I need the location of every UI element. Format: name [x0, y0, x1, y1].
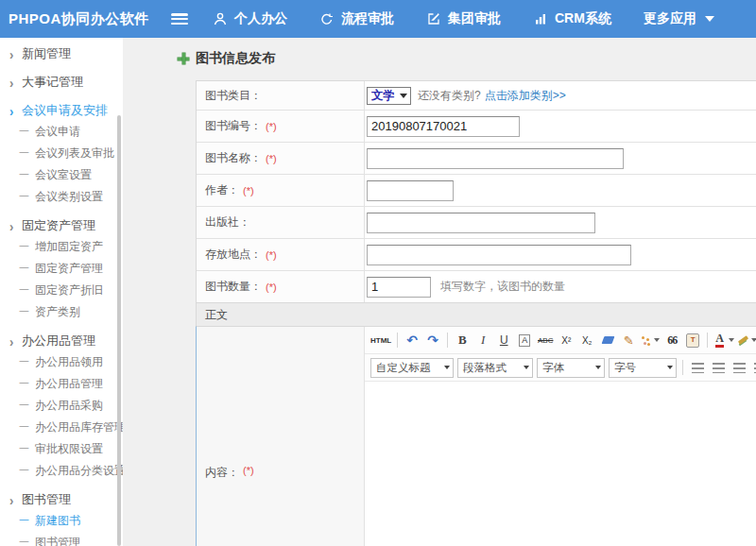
superscript-button[interactable]: X² [557, 330, 576, 350]
nav-more-apps[interactable]: 更多应用 [644, 10, 714, 27]
book-name-input[interactable] [367, 148, 624, 169]
undo-icon[interactable]: ↶ [403, 330, 421, 350]
source-code-button[interactable]: HTML [369, 330, 392, 350]
custom-title-select[interactable]: 自定义标题 [370, 358, 454, 378]
font-size-select[interactable]: 字号 [609, 358, 677, 378]
align-center-button[interactable] [709, 357, 728, 378]
sidebar-group-books: ›图书管理 新建图书 图书管理 [0, 489, 123, 546]
row-publisher: 出版社： [197, 206, 756, 238]
body-section-header: 正文 [197, 302, 756, 326]
chevron-right-icon: › [9, 333, 22, 349]
align-left-button[interactable] [688, 357, 707, 378]
marker-icon [738, 335, 748, 345]
chevron-down-icon [705, 16, 714, 22]
quantity-input[interactable] [367, 277, 431, 298]
subscript-button[interactable]: X₂ [577, 330, 596, 350]
align-center-icon [713, 363, 725, 373]
book-number-input[interactable] [367, 116, 520, 137]
book-form: 图书类目： 文学 还没有类别? 点击添加类别>> 图书编号：(*) 图书名称：(… [196, 80, 756, 546]
author-input[interactable] [367, 180, 454, 201]
nav-crm[interactable]: CRM系统 [533, 10, 611, 27]
redo-icon[interactable]: ↷ [423, 330, 442, 350]
number-label: 图书编号： [205, 118, 262, 134]
quantity-label: 图书数量： [205, 279, 262, 295]
nav-group-approval[interactable]: 集团审批 [426, 10, 501, 27]
sidebar-item-milestones[interactable]: ›大事记管理 [0, 72, 123, 93]
location-input[interactable] [367, 245, 631, 265]
sidebar-item-supplies-purchase[interactable]: 办公用品采购 [0, 395, 123, 417]
nav-workflow-approval[interactable]: 流程审批 [319, 10, 394, 27]
strikethrough-button[interactable]: ABC [536, 330, 555, 350]
chevron-right-icon: › [9, 74, 22, 90]
name-label: 图书名称： [205, 150, 262, 166]
underline-button[interactable]: U [494, 330, 513, 350]
main-content: 图书信息发布 图书类目： 文学 还没有类别? 点击添加类别>> 图书编号：(*)… [123, 38, 756, 546]
font-color-button[interactable]: A [713, 330, 735, 350]
editor-toolbar-row2: 自定义标题 段落格式 字体 字号 [365, 354, 756, 382]
sidebar-item-news[interactable]: ›新闻管理 [0, 43, 123, 64]
sidebar-item-book-mgmt[interactable]: ›图书管理 [0, 489, 123, 510]
nav-crm-label: CRM系统 [555, 10, 611, 27]
required-mark: (*) [266, 282, 277, 293]
caret-down-icon [654, 338, 660, 342]
editor-content-area[interactable] [365, 382, 756, 546]
paste-plain-button[interactable] [683, 330, 702, 350]
align-right-icon [733, 363, 746, 373]
sidebar-item-asset-category[interactable]: 资产类别 [0, 301, 123, 323]
sidebar-item-meeting-category[interactable]: 会议类别设置 [0, 186, 123, 208]
row-location: 存放地点：(*) [197, 238, 756, 270]
sidebar-item-asset-add[interactable]: 增加固定资产 [0, 236, 123, 258]
blockquote-button[interactable]: 66 [662, 330, 681, 350]
sidebar-item-supplies-category[interactable]: 办公用品分类设置 [0, 460, 123, 482]
sidebar-item-asset-mgmt[interactable]: ›固定资产管理 [0, 215, 123, 236]
location-label: 存放地点： [205, 247, 262, 263]
category-select[interactable]: 文学 [367, 87, 411, 105]
bold-button[interactable]: B [453, 330, 472, 350]
menu-toggle-icon[interactable] [171, 13, 188, 25]
sidebar-item-asset-manage[interactable]: 固定资产管理 [0, 258, 123, 280]
sidebar-item-supplies-manage[interactable]: 办公用品管理 [0, 373, 123, 395]
workflow-icon [319, 11, 335, 26]
sidebar-item-supplies-claim[interactable]: 办公用品领用 [0, 351, 123, 373]
publisher-input[interactable] [367, 213, 595, 233]
row-name: 图书名称：(*) [197, 142, 756, 174]
align-justify-button[interactable] [750, 357, 756, 378]
chevron-right-icon: › [9, 45, 22, 61]
sidebar-item-meeting-apply[interactable]: 会议申请 [0, 121, 123, 143]
toolbar-divider [397, 333, 398, 348]
caret-down-icon [595, 366, 601, 369]
sidebar-item-book-manage[interactable]: 图书管理 [0, 532, 123, 546]
highlight-color-button[interactable] [737, 330, 756, 350]
sidebar-group-milestones: ›大事记管理 [0, 72, 123, 93]
caret-down-icon [524, 366, 529, 369]
eraser-icon [601, 336, 614, 344]
sidebar-item-book-new[interactable]: 新建图书 [0, 510, 123, 532]
sidebar-item-approval-permission[interactable]: 审批权限设置 [0, 438, 123, 460]
sidebar-item-supplies-mgmt[interactable]: ›办公用品管理 [0, 331, 123, 351]
sidebar-item-meeting-room[interactable]: 会议室设置 [0, 164, 123, 186]
align-right-button[interactable] [730, 357, 748, 378]
nav-personal-office[interactable]: 个人办公 [213, 10, 287, 27]
font-family-select[interactable]: 字体 [537, 358, 605, 378]
add-plus-icon [178, 53, 189, 64]
remove-format-button[interactable] [598, 330, 617, 350]
chevron-right-icon: › [9, 217, 22, 233]
paragraph-format-select[interactable]: 段落格式 [457, 358, 533, 378]
font-border-button[interactable]: A [515, 330, 534, 350]
add-category-link[interactable]: 点击添加类别>> [485, 88, 566, 104]
page-title-text: 图书信息发布 [196, 50, 275, 67]
sidebar-item-meeting-mgmt[interactable]: ›会议申请及安排 [0, 100, 123, 121]
sidebar-group-supplies: ›办公用品管理 办公用品领用 办公用品管理 办公用品采购 办公用品库存管理 审批… [0, 331, 123, 482]
sidebar-item-supplies-inventory[interactable]: 办公用品库存管理 [0, 417, 123, 438]
toolbar-divider [682, 360, 683, 375]
italic-button[interactable]: I [473, 330, 492, 350]
sidebar-scrollbar[interactable] [117, 115, 121, 546]
sidebar-item-asset-depreciation[interactable]: 固定资产折旧 [0, 280, 123, 301]
caret-down-icon [751, 338, 756, 342]
row-content: 内容：(*) HTML ↶ ↷ B I U A ABC X² X₂ [196, 326, 756, 546]
auto-typeset-button[interactable]: ✎ [619, 330, 638, 350]
format-painter-button[interactable] [640, 330, 661, 350]
page-title: 图书信息发布 [178, 50, 756, 67]
toolbar-divider [707, 333, 708, 348]
sidebar-item-meeting-list[interactable]: 会议列表及审批 [0, 143, 123, 164]
